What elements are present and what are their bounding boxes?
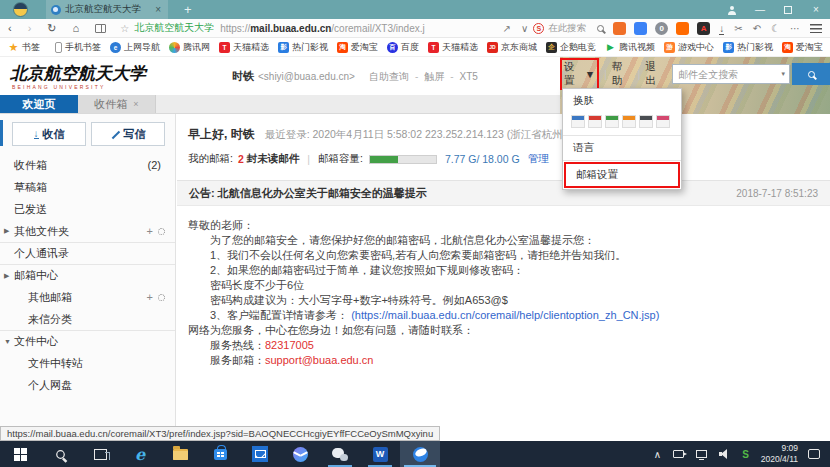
bookmark-item[interactable]: e上网导航 bbox=[110, 41, 160, 54]
pdf-extension-icon[interactable]: A bbox=[697, 22, 710, 35]
gear-icon[interactable] bbox=[158, 228, 165, 235]
skin-swatch-pink[interactable] bbox=[656, 115, 670, 128]
bookmark-item[interactable]: 腾讯网 bbox=[169, 41, 210, 54]
help-link[interactable]: 帮助 bbox=[612, 60, 633, 88]
add-account-icon[interactable]: + bbox=[147, 291, 153, 303]
thunder-app-button[interactable] bbox=[280, 441, 320, 467]
share-icon[interactable]: ↗ bbox=[498, 23, 516, 34]
shopping-extension-icon[interactable] bbox=[676, 22, 689, 35]
gear-icon[interactable] bbox=[158, 294, 165, 301]
taskbar-clock[interactable]: 9:092020/4/11 bbox=[755, 443, 804, 464]
sidebar-item-inbox[interactable]: 收件箱(2) bbox=[0, 154, 175, 176]
refresh-icon[interactable]: ↻ bbox=[39, 22, 64, 35]
tab-close-icon[interactable]: × bbox=[153, 4, 163, 15]
nav-touch-version[interactable]: 触屏 bbox=[424, 71, 444, 82]
bookmark-item[interactable]: T天猫精选 bbox=[428, 41, 478, 54]
task-view-button[interactable] bbox=[80, 441, 120, 467]
chevron-right-icon[interactable]: ▶ bbox=[4, 227, 9, 235]
bookmark-item[interactable]: 淘爱淘宝 bbox=[337, 41, 378, 54]
nav-self-query[interactable]: 自助查询 bbox=[369, 71, 409, 82]
url-field[interactable]: ☆ 北京航空航天大学 https://mail.buaa.edu.cn/core… bbox=[120, 21, 425, 35]
receive-mail-button[interactable]: ↓收信 bbox=[12, 122, 86, 146]
chevron-right-icon[interactable]: ▶ bbox=[4, 272, 9, 280]
back-icon[interactable]: ‹ bbox=[0, 22, 20, 34]
announcement-header[interactable]: 公告: 北航信息化办公室关于邮箱安全的温馨提示 2018-7-17 8:51:2… bbox=[177, 180, 830, 206]
menu-icon[interactable] bbox=[810, 24, 822, 33]
menu-item-mailbox-settings[interactable]: 邮箱设置 bbox=[564, 162, 680, 188]
nav-xt5[interactable]: XT5 bbox=[460, 71, 478, 82]
start-button[interactable] bbox=[0, 441, 40, 467]
skin-swatch-orange[interactable] bbox=[622, 115, 636, 128]
tab-inbox[interactable]: 收件箱× bbox=[78, 95, 156, 113]
bookmark-item[interactable]: ★书签 bbox=[8, 41, 40, 54]
tab-close-icon[interactable]: × bbox=[133, 99, 138, 109]
close-button[interactable]: × bbox=[802, 0, 830, 19]
night-mode-icon[interactable]: ☾ bbox=[766, 23, 785, 34]
store-app-button[interactable] bbox=[200, 441, 240, 467]
home-icon[interactable]: ⌂ bbox=[65, 22, 88, 34]
plane-extension-icon[interactable] bbox=[634, 22, 647, 35]
word-app-button[interactable]: W bbox=[360, 441, 400, 467]
unread-count[interactable]: 2 bbox=[238, 153, 244, 165]
manage-link[interactable]: 管理 bbox=[528, 152, 549, 166]
mail-search-input[interactable] bbox=[672, 64, 790, 84]
settings-caret-icon[interactable]: ▼ bbox=[585, 68, 595, 80]
browser-app-button[interactable] bbox=[400, 441, 440, 467]
camera-device-icon[interactable] bbox=[667, 450, 690, 458]
bookmark-item[interactable]: 手机书签 bbox=[55, 41, 101, 54]
favorite-star-icon[interactable]: ☆ bbox=[120, 23, 129, 34]
sogou-ime-icon[interactable]: S bbox=[736, 449, 755, 460]
sidebar-item-sent[interactable]: 已发送 bbox=[0, 198, 175, 220]
taskbar-search-button[interactable] bbox=[40, 441, 80, 467]
skin-swatch-blue[interactable] bbox=[571, 115, 585, 128]
volume-icon[interactable] bbox=[713, 449, 736, 459]
menu-item-skin[interactable]: 换肤 bbox=[563, 89, 681, 113]
sidebar-item-personal-drive[interactable]: 个人网盘 bbox=[0, 374, 175, 396]
mail-app-button[interactable] bbox=[240, 441, 280, 467]
chevron-down-icon[interactable]: ▼ bbox=[4, 338, 11, 345]
forward-icon[interactable]: › bbox=[20, 22, 40, 34]
sidebar-item-incoming-rules[interactable]: 来信分类 bbox=[0, 308, 175, 330]
search-icon[interactable] bbox=[592, 23, 609, 34]
sidebar-item-contacts[interactable]: 个人通讯录 bbox=[0, 242, 175, 264]
profile-avatar[interactable] bbox=[13, 2, 28, 17]
browser-tab[interactable]: 北京航空航天大学 × bbox=[46, 0, 168, 19]
network-icon[interactable] bbox=[690, 450, 713, 458]
sidebar-item-file-center[interactable]: ▼文件中心 bbox=[0, 330, 175, 352]
game-extension-icon[interactable] bbox=[613, 22, 626, 35]
bookmark-item[interactable]: 影热门影视 bbox=[278, 41, 328, 54]
more-icon[interactable]: ⋯ bbox=[785, 23, 805, 34]
bookmark-item[interactable]: 百百度 bbox=[387, 41, 419, 54]
edge-app-button[interactable]: e bbox=[120, 441, 160, 467]
skin-swatch-red[interactable] bbox=[588, 115, 602, 128]
bookmark-item[interactable]: 企企鹅电竞 bbox=[546, 41, 596, 54]
adblock-extension-icon[interactable]: 0 bbox=[655, 22, 668, 35]
undo-icon[interactable]: ↶ bbox=[748, 23, 766, 34]
skin-swatch-green[interactable] bbox=[605, 115, 619, 128]
bookmark-item[interactable]: ▶腾讯视频 bbox=[605, 41, 655, 54]
new-tab-button[interactable]: + bbox=[178, 2, 198, 17]
sidebar-item-file-transfer[interactable]: 文件中转站 bbox=[0, 352, 175, 374]
client-config-link[interactable]: (https://mail.buaa.edu.cn/coremail/help/… bbox=[351, 309, 659, 321]
bookmark-item[interactable]: T天猫精选 bbox=[219, 41, 269, 54]
maximize-button[interactable] bbox=[774, 0, 802, 19]
unread-label[interactable]: 封未读邮件 bbox=[247, 152, 300, 166]
wechat-app-button[interactable] bbox=[320, 441, 360, 467]
skin-swatch-dark[interactable] bbox=[639, 115, 653, 128]
minimize-button[interactable]: — bbox=[746, 0, 774, 19]
file-explorer-button[interactable] bbox=[160, 441, 200, 467]
feedback-icon[interactable] bbox=[718, 0, 746, 19]
action-center-icon[interactable] bbox=[808, 449, 820, 459]
bookmark-item[interactable]: 影热门影视 bbox=[723, 41, 773, 54]
add-folder-icon[interactable]: + bbox=[147, 225, 153, 237]
bookmark-item[interactable]: JD京东商城 bbox=[487, 41, 537, 54]
search-dropdown-icon[interactable]: ▼ bbox=[780, 71, 786, 77]
caret-down-icon[interactable]: ∨ bbox=[516, 23, 533, 34]
sidebar-item-drafts[interactable]: 草稿箱 bbox=[0, 176, 175, 198]
sogou-search-icon[interactable]: S bbox=[533, 23, 544, 34]
scissors-icon[interactable]: ✂ bbox=[729, 23, 747, 34]
page-search-label[interactable]: 在此搜索 bbox=[548, 22, 586, 35]
sidebar-item-mail-center[interactable]: ▶邮箱中心 bbox=[0, 264, 175, 286]
mail-search-button[interactable] bbox=[792, 63, 830, 85]
settings-button[interactable]: 设置 bbox=[564, 60, 585, 88]
